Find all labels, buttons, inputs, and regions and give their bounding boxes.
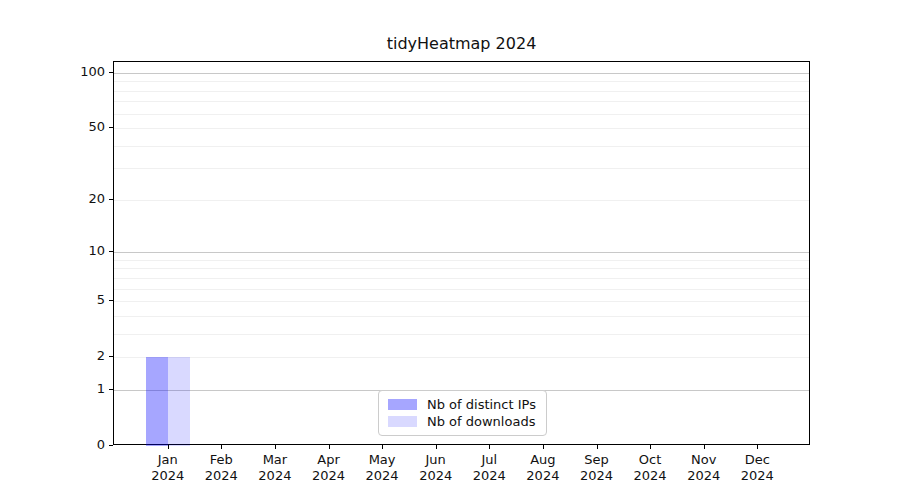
- x-tick-label-nov-2024: Nov2024: [674, 452, 734, 484]
- x-tick-mark-oct-2024: [650, 445, 651, 449]
- y-tick-label-50: 50: [5, 118, 105, 136]
- x-tick-label-mar-2024: Mar2024: [245, 452, 305, 484]
- figure: tidyHeatmap 2024 0125102050100 Jan2024Fe…: [0, 0, 900, 500]
- legend-label-downloads: Nb of downloads: [427, 414, 535, 429]
- x-tick-year-sep-2024: 2024: [567, 468, 627, 484]
- gridline-minor-3: [114, 334, 809, 335]
- x-tick-month-jul-2024: Jul: [459, 452, 519, 468]
- bar-nb-of-downloads-jan-2024: [168, 357, 190, 446]
- y-tick-mark-5: [109, 300, 113, 301]
- legend: Nb of distinct IPs Nb of downloads: [378, 390, 547, 436]
- y-tick-mark-1: [109, 389, 113, 390]
- y-tick-label-100: 100: [5, 63, 105, 81]
- x-tick-year-apr-2024: 2024: [299, 468, 359, 484]
- x-tick-year-jul-2024: 2024: [459, 468, 519, 484]
- legend-item-distinct-ips: Nb of distinct IPs: [388, 397, 537, 412]
- x-tick-label-apr-2024: Apr2024: [299, 452, 359, 484]
- x-tick-month-sep-2024: Sep: [567, 452, 627, 468]
- x-tick-month-oct-2024: Oct: [620, 452, 680, 468]
- x-tick-label-feb-2024: Feb2024: [191, 452, 251, 484]
- gridline-minor-2: [114, 357, 809, 358]
- gridline-minor-60: [114, 114, 809, 115]
- gridline-minor-70: [114, 101, 809, 102]
- y-tick-label-10: 10: [5, 242, 105, 260]
- gridline-minor-6: [114, 289, 809, 290]
- x-tick-year-feb-2024: 2024: [191, 468, 251, 484]
- x-tick-month-jun-2024: Jun: [406, 452, 466, 468]
- gridline-minor-50: [114, 128, 809, 129]
- x-tick-mark-nov-2024: [704, 445, 705, 449]
- x-tick-mark-jul-2024: [489, 445, 490, 449]
- y-tick-mark-100: [109, 72, 113, 73]
- gridline-minor-7: [114, 278, 809, 279]
- x-tick-year-jan-2024: 2024: [138, 468, 198, 484]
- x-tick-month-nov-2024: Nov: [674, 452, 734, 468]
- gridline-minor-80: [114, 91, 809, 92]
- x-tick-label-jul-2024: Jul2024: [459, 452, 519, 484]
- x-tick-label-jun-2024: Jun2024: [406, 452, 466, 484]
- x-tick-year-dec-2024: 2024: [727, 468, 787, 484]
- legend-label-distinct-ips: Nb of distinct IPs: [427, 397, 536, 412]
- y-tick-mark-0: [109, 445, 113, 446]
- gridline-minor-9: [114, 260, 809, 261]
- x-tick-label-may-2024: May2024: [352, 452, 412, 484]
- x-tick-mark-apr-2024: [329, 445, 330, 449]
- x-tick-year-may-2024: 2024: [352, 468, 412, 484]
- x-tick-month-feb-2024: Feb: [191, 452, 251, 468]
- x-tick-mark-dec-2024: [757, 445, 758, 449]
- y-tick-label-0: 0: [5, 436, 105, 454]
- y-tick-mark-20: [109, 199, 113, 200]
- y-tick-mark-10: [109, 251, 113, 252]
- gridline-minor-20: [114, 200, 809, 201]
- gridline-major-10: [114, 252, 809, 253]
- x-tick-mark-feb-2024: [221, 445, 222, 449]
- y-tick-label-1: 1: [5, 380, 105, 398]
- legend-swatch-downloads: [388, 416, 417, 427]
- x-tick-year-nov-2024: 2024: [674, 468, 734, 484]
- x-tick-mark-sep-2024: [597, 445, 598, 449]
- x-tick-mark-may-2024: [382, 445, 383, 449]
- gridline-minor-90: [114, 81, 809, 82]
- x-tick-month-aug-2024: Aug: [513, 452, 573, 468]
- gridline-minor-30: [114, 168, 809, 169]
- x-tick-month-jan-2024: Jan: [138, 452, 198, 468]
- chart-title: tidyHeatmap 2024: [113, 34, 810, 54]
- y-tick-mark-2: [109, 356, 113, 357]
- x-tick-label-dec-2024: Dec2024: [727, 452, 787, 484]
- x-tick-label-jan-2024: Jan2024: [138, 452, 198, 484]
- y-tick-mark-50: [109, 127, 113, 128]
- x-tick-month-apr-2024: Apr: [299, 452, 359, 468]
- legend-item-downloads: Nb of downloads: [388, 414, 537, 429]
- x-tick-year-oct-2024: 2024: [620, 468, 680, 484]
- gridline-minor-40: [114, 146, 809, 147]
- legend-swatch-distinct-ips: [388, 399, 417, 410]
- gridline-minor-8: [114, 268, 809, 269]
- plot-area: [113, 61, 810, 445]
- y-tick-label-2: 2: [5, 347, 105, 365]
- x-tick-month-dec-2024: Dec: [727, 452, 787, 468]
- x-tick-mark-jun-2024: [436, 445, 437, 449]
- y-tick-label-20: 20: [5, 190, 105, 208]
- gridline-minor-5: [114, 301, 809, 302]
- x-tick-mark-aug-2024: [543, 445, 544, 449]
- x-tick-label-oct-2024: Oct2024: [620, 452, 680, 484]
- x-tick-label-aug-2024: Aug2024: [513, 452, 573, 484]
- x-tick-mark-jan-2024: [168, 445, 169, 449]
- x-tick-month-mar-2024: Mar: [245, 452, 305, 468]
- x-tick-year-mar-2024: 2024: [245, 468, 305, 484]
- x-tick-mark-mar-2024: [275, 445, 276, 449]
- x-tick-month-may-2024: May: [352, 452, 412, 468]
- x-tick-year-jun-2024: 2024: [406, 468, 466, 484]
- x-tick-year-aug-2024: 2024: [513, 468, 573, 484]
- gridline-minor-4: [114, 316, 809, 317]
- bar-nb-of-distinct-ips-jan-2024: [146, 357, 168, 446]
- y-tick-label-5: 5: [5, 291, 105, 309]
- x-tick-label-sep-2024: Sep2024: [567, 452, 627, 484]
- gridline-major-100: [114, 73, 809, 74]
